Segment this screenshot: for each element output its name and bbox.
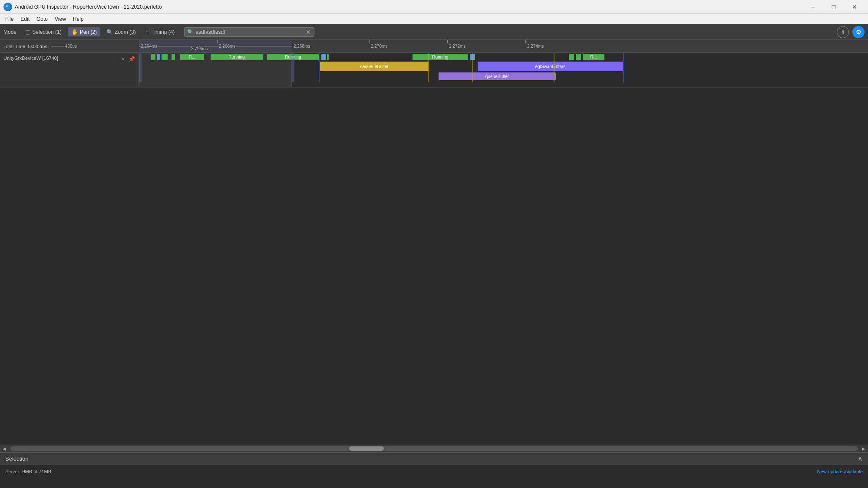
v-marker-yellow3 bbox=[554, 53, 554, 82]
segment-eglswap[interactable]: eglSwapBuffers bbox=[478, 62, 623, 71]
bottom-panel-header: Selection ∧ bbox=[0, 453, 868, 465]
info-button[interactable]: ℹ bbox=[837, 26, 849, 38]
timing-icon: ⊢ bbox=[145, 29, 150, 35]
scale-label: 400us bbox=[65, 44, 77, 49]
update-link[interactable]: New update available bbox=[817, 469, 863, 474]
track-pin-button[interactable]: 📌 bbox=[128, 56, 135, 62]
search-clear-button[interactable]: ✕ bbox=[306, 29, 311, 36]
time-tick-2: 2,268ms bbox=[292, 40, 310, 52]
segment-sg5[interactable] bbox=[576, 54, 581, 60]
time-tick-0: 2,264ms bbox=[139, 40, 157, 52]
mode-timing-label: Timing (4) bbox=[152, 29, 175, 35]
time-tick-4: 2,272ms bbox=[447, 40, 465, 52]
menu-edit[interactable]: Edit bbox=[17, 15, 33, 23]
tick-label-4: 2,272ms bbox=[447, 44, 465, 49]
minimize-button[interactable]: ─ bbox=[803, 0, 823, 14]
close-button[interactable]: ✕ bbox=[845, 0, 865, 14]
segment-r-far[interactable]: R... bbox=[583, 54, 604, 60]
segment-sg4[interactable] bbox=[569, 54, 574, 60]
panel-collapse-button[interactable]: ∧ bbox=[858, 455, 863, 463]
server-value: 9MB of 71MB bbox=[22, 469, 51, 474]
mode-selection-label: Selection (1) bbox=[32, 29, 61, 35]
track-collapse-button[interactable]: ✕ bbox=[119, 56, 126, 62]
segment-r-tiny[interactable] bbox=[172, 54, 175, 60]
scroll-right-button[interactable]: ▶ bbox=[859, 445, 868, 452]
bottom-panel: Selection ∧ Server: 9MB of 71MB New upda… bbox=[0, 452, 868, 478]
v-marker-yellow bbox=[428, 53, 429, 82]
maximize-button[interactable]: □ bbox=[824, 0, 844, 14]
scroll-track bbox=[10, 446, 858, 451]
menu-help[interactable]: Help bbox=[69, 15, 87, 23]
track-controls: ✕ 📌 bbox=[119, 56, 135, 62]
pan-icon: ✋ bbox=[71, 29, 78, 35]
v-marker-blue bbox=[319, 53, 320, 82]
mode-pan-label: Pan (2) bbox=[80, 29, 97, 35]
segment-sg1[interactable] bbox=[151, 54, 155, 60]
segment-dequeue[interactable]: dequeueBuffer bbox=[320, 62, 429, 71]
v-marker-blue2 bbox=[623, 53, 624, 82]
menu-bar: File Edit Goto View Help bbox=[0, 14, 868, 24]
zoom-icon: 🔍 bbox=[106, 29, 113, 35]
segment-sg2[interactable] bbox=[162, 54, 168, 60]
tick-label-1: 2,266ms bbox=[217, 44, 235, 49]
range-label: 3.796ms bbox=[191, 46, 208, 51]
tick-label-2: 2,268ms bbox=[292, 44, 310, 49]
track-label: UnityGfxDeviceW [16740] ✕ 📌 bbox=[0, 53, 139, 87]
mode-timing-button[interactable]: ⊢ Timing (4) bbox=[142, 28, 178, 36]
scroll-thumb[interactable] bbox=[349, 446, 384, 451]
timeline-header: Total Time: 5s002ms 400us 3.796ms 2,264m… bbox=[0, 40, 868, 53]
segment-purple-end bbox=[292, 53, 294, 82]
search-input[interactable] bbox=[195, 29, 304, 35]
time-ruler: 3.796ms 2,264ms 2,266ms 2,268ms 2,270ms … bbox=[139, 40, 868, 52]
search-icon: 🔍 bbox=[187, 29, 194, 35]
total-time-text: Total Time: 5s002ms bbox=[3, 44, 47, 49]
mode-selection-button[interactable]: ⬚ Selection (1) bbox=[22, 28, 65, 36]
segment-queuebuf[interactable]: queueBuffer bbox=[439, 72, 556, 80]
tick-label-0: 2,264ms bbox=[139, 44, 157, 49]
segment-sb1[interactable] bbox=[157, 54, 160, 60]
main-content: UnityGfxDeviceW [16740] ✕ 📌 R... bbox=[0, 53, 868, 445]
track-area: UnityGfxDeviceW [16740] ✕ 📌 R... bbox=[0, 53, 868, 445]
tick-label-5: 2,274ms bbox=[525, 44, 544, 49]
segment-running-3[interactable]: Running bbox=[413, 54, 468, 60]
selection-icon: ⬚ bbox=[26, 29, 30, 35]
menu-view[interactable]: View bbox=[51, 15, 69, 23]
track-row: UnityGfxDeviceW [16740] ✕ 📌 R... bbox=[0, 53, 868, 88]
search-container: 🔍 ✕ bbox=[184, 27, 314, 37]
v-marker-yellow2 bbox=[472, 53, 473, 82]
svg-point-0 bbox=[5, 4, 10, 10]
segment-running-1[interactable]: Running bbox=[211, 54, 263, 60]
total-time-label: Total Time: 5s002ms 400us bbox=[0, 44, 139, 49]
mode-label: Mode: bbox=[3, 29, 18, 35]
segment-sg3[interactable] bbox=[327, 54, 329, 60]
horizontal-scrollbar[interactable]: ◀ ▶ bbox=[0, 445, 868, 452]
tick-label-3: 2,270ms bbox=[369, 44, 387, 49]
track-name: UnityGfxDeviceW [16740] bbox=[3, 56, 58, 61]
mode-pan-button[interactable]: ✋ Pan (2) bbox=[68, 27, 100, 36]
time-tick-5: 2,274ms bbox=[525, 40, 544, 52]
segment-sb2[interactable] bbox=[321, 54, 326, 60]
mode-zoom-button[interactable]: 🔍 Zoom (3) bbox=[103, 28, 139, 36]
mode-zoom-label: Zoom (3) bbox=[115, 29, 136, 35]
toolbar: Mode: ⬚ Selection (1) ✋ Pan (2) 🔍 Zoom (… bbox=[0, 24, 868, 40]
app-icon bbox=[3, 3, 12, 11]
menu-goto[interactable]: Goto bbox=[33, 15, 51, 23]
server-label: Server: bbox=[5, 469, 20, 474]
panel-title: Selection bbox=[5, 455, 858, 462]
segment-purple-start bbox=[139, 53, 142, 82]
svg-point-1 bbox=[6, 5, 8, 7]
window-controls: ─ □ ✕ bbox=[803, 0, 865, 14]
menu-file[interactable]: File bbox=[2, 15, 17, 23]
title-bar: Android GPU Inspector - RopeHeroViceTown… bbox=[0, 0, 868, 14]
scale-indicator: 400us bbox=[51, 44, 77, 49]
segment-r-dots[interactable]: R... bbox=[180, 54, 204, 60]
settings-button[interactable]: ⚙ bbox=[852, 26, 865, 38]
time-tick-3: 2,270ms bbox=[369, 40, 387, 52]
scroll-left-button[interactable]: ◀ bbox=[0, 445, 9, 452]
bottom-panel-content: Server: 9MB of 71MB New update available bbox=[0, 465, 868, 478]
time-tick-1: 2,266ms bbox=[217, 40, 235, 52]
track-canvas[interactable]: R... Running Running Running bbox=[139, 53, 868, 87]
window-title: Android GPU Inspector - RopeHeroViceTown… bbox=[15, 4, 800, 10]
